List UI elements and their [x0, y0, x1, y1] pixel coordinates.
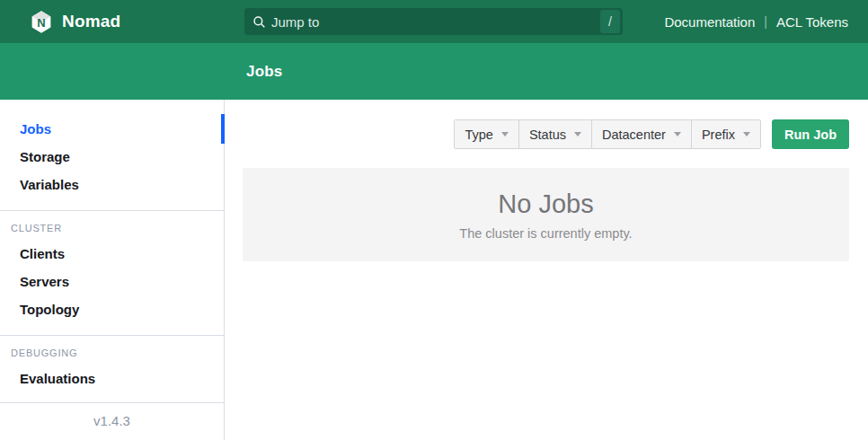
main-panel: Type Status Datacenter Prefix Run Job	[225, 100, 868, 440]
sidebar-item-evaluations[interactable]: Evaluations	[0, 365, 224, 392]
empty-state-title: No Jobs	[498, 189, 593, 219]
chevron-down-icon	[574, 132, 581, 136]
jump-to-search[interactable]: /	[244, 8, 623, 35]
filter-prefix-dropdown[interactable]: Prefix	[691, 120, 760, 148]
link-separator: |	[764, 14, 767, 29]
sidebar-heading-cluster: CLUSTER	[0, 211, 224, 240]
top-navigation-bar: N Nomad / Documentation | ACL Tokens	[0, 0, 868, 43]
sidebar-item-servers[interactable]: Servers	[0, 268, 224, 295]
page-title: Jobs	[246, 63, 282, 81]
run-job-button[interactable]: Run Job	[772, 119, 849, 149]
sidebar-item-clients[interactable]: Clients	[0, 240, 224, 268]
nomad-brand[interactable]: N Nomad	[0, 10, 120, 34]
content-area: Jobs Storage Variables CLUSTER Clients S…	[0, 100, 868, 440]
empty-state-panel: No Jobs The cluster is currently empty.	[243, 168, 849, 261]
jobs-toolbar: Type Status Datacenter Prefix Run Job	[225, 119, 849, 149]
sidebar-item-variables[interactable]: Variables	[0, 171, 224, 198]
chevron-down-icon	[674, 132, 681, 136]
version-label: v1.4.3	[0, 402, 224, 440]
sidebar-item-storage[interactable]: Storage	[0, 143, 224, 171]
page-header-bar: Jobs	[0, 43, 868, 100]
empty-state-message: The cluster is currently empty.	[459, 226, 632, 241]
filter-type-label: Type	[465, 128, 492, 142]
sidebar: Jobs Storage Variables CLUSTER Clients S…	[0, 100, 225, 440]
search-icon	[252, 15, 266, 29]
filter-type-dropdown[interactable]: Type	[455, 120, 518, 148]
acl-tokens-link[interactable]: ACL Tokens	[776, 14, 848, 30]
chevron-down-icon	[743, 132, 750, 136]
filter-datacenter-dropdown[interactable]: Datacenter	[591, 120, 691, 148]
filter-prefix-label: Prefix	[702, 128, 735, 142]
sidebar-heading-debugging: DEBUGGING	[0, 336, 224, 365]
sidebar-item-jobs[interactable]: Jobs	[0, 115, 224, 143]
search-input[interactable]	[266, 14, 600, 30]
svg-text:N: N	[37, 16, 45, 30]
topbar-links: Documentation | ACL Tokens	[664, 0, 848, 43]
filter-button-group: Type Status Datacenter Prefix	[454, 119, 761, 149]
documentation-link[interactable]: Documentation	[664, 14, 755, 30]
keyboard-shortcut-hint: /	[600, 10, 620, 33]
sidebar-item-topology[interactable]: Topology	[0, 295, 224, 323]
filter-datacenter-label: Datacenter	[602, 128, 666, 142]
filter-status-dropdown[interactable]: Status	[518, 120, 591, 148]
brand-name: Nomad	[62, 12, 120, 31]
nomad-logo-icon: N	[30, 10, 53, 34]
filter-status-label: Status	[529, 128, 566, 142]
chevron-down-icon	[501, 132, 509, 136]
